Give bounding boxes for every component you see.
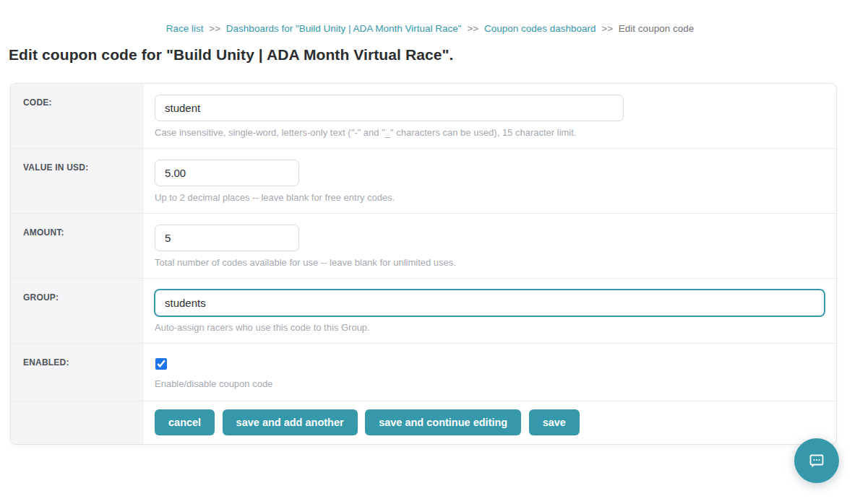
breadcrumb-separator: >> (209, 23, 220, 34)
amount-input[interactable] (155, 225, 299, 251)
amount-label: AMOUNT: (11, 214, 144, 278)
code-help-text: Case insensitive, single-word, letters-o… (155, 127, 825, 138)
group-help-text: Auto-assign racers who use this code to … (155, 322, 825, 333)
group-input[interactable] (155, 290, 825, 316)
buttons-row-spacer (11, 401, 144, 444)
save-and-continue-editing-button[interactable]: save and continue editing (365, 409, 521, 435)
form-row-enabled: ENABLED: Enable/disable coupon code (11, 344, 836, 401)
value-in-usd-help-text: Up to 2 decimal places -- leave blank fo… (155, 192, 825, 203)
breadcrumb: Race list >> Dashboards for "Build Unity… (0, 23, 860, 34)
code-input[interactable] (155, 95, 624, 121)
breadcrumb-separator: >> (601, 23, 613, 34)
save-button[interactable]: save (529, 409, 580, 435)
form-row-group: GROUP: Auto-assign racers who use this c… (11, 279, 836, 344)
code-label: CODE: (11, 84, 144, 148)
enabled-help-text: Enable/disable coupon code (155, 378, 825, 389)
breadcrumb-race-list[interactable]: Race list (166, 23, 204, 34)
breadcrumb-current-page: Edit coupon code (619, 23, 694, 34)
group-label: GROUP: (11, 279, 144, 343)
value-in-usd-label: VALUE IN USD: (11, 149, 144, 213)
breadcrumb-coupon-codes-dashboard[interactable]: Coupon codes dashboard (484, 23, 596, 34)
value-in-usd-input[interactable] (155, 160, 299, 186)
coupon-edit-form: CODE: Case insensitive, single-word, let… (10, 83, 837, 445)
cancel-button[interactable]: cancel (155, 409, 215, 435)
form-row-buttons: cancel save and add another save and con… (11, 401, 836, 444)
breadcrumb-dashboards[interactable]: Dashboards for "Build Unity | ADA Month … (226, 23, 462, 34)
enabled-checkbox[interactable] (155, 358, 167, 370)
page-title: Edit coupon code for "Build Unity | ADA … (9, 46, 851, 64)
amount-help-text: Total number of codes available for use … (155, 257, 825, 268)
save-and-add-another-button[interactable]: save and add another (223, 409, 358, 435)
enabled-label: ENABLED: (11, 344, 144, 401)
chat-bubble-icon (807, 451, 827, 471)
breadcrumb-separator: >> (467, 23, 478, 34)
form-row-amount: AMOUNT: Total number of codes available … (11, 214, 836, 279)
form-row-code: CODE: Case insensitive, single-word, let… (11, 84, 836, 149)
form-row-value-in-usd: VALUE IN USD: Up to 2 decimal places -- … (11, 149, 836, 214)
chat-widget-button[interactable] (794, 438, 839, 483)
